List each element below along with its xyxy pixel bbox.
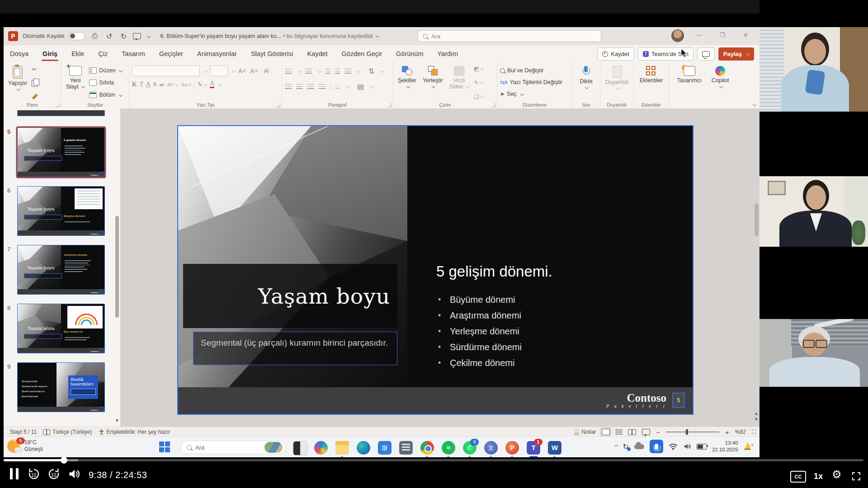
bold-button[interactable]: K — [132, 81, 137, 88]
participant-video-2[interactable] — [760, 176, 868, 247]
canvas-scrollbar[interactable] — [755, 203, 759, 236]
current-slide[interactable]: Yaşam boyu Segmental (üç parçalı) kuramı… — [178, 126, 693, 414]
teams-app-icon[interactable]: T1 — [527, 441, 540, 455]
drawing-dialog-launcher[interactable] — [491, 103, 495, 107]
weather-widget[interactable]: 5 18°CGüneşli — [7, 439, 43, 453]
collapse-ribbon-chevron[interactable] — [753, 103, 756, 106]
tab-gecisler[interactable]: Geçişler — [158, 47, 184, 60]
tab-ciz[interactable]: Çiz — [97, 47, 108, 60]
font-size-input[interactable] — [210, 66, 228, 76]
player-settings-gear-icon[interactable]: ⚙ — [832, 468, 842, 481]
participant-video-3[interactable] — [760, 319, 868, 387]
thumbnail-slide-6[interactable]: Yaşam boyu Büyüme dönemi. Contoso — [17, 186, 105, 236]
pause-button[interactable] — [10, 468, 19, 479]
slide-title-box[interactable]: Yaşam boyu — [183, 264, 397, 328]
seek-bar[interactable] — [4, 459, 863, 461]
tab-animasyonlar[interactable]: Animasyonlar — [196, 47, 238, 60]
paste-button[interactable]: Yapıştır — [6, 65, 29, 100]
numbering-icon[interactable] — [305, 69, 312, 74]
volume-button[interactable] — [68, 468, 80, 480]
text-direction-icon[interactable]: ⇅ — [368, 67, 374, 75]
thumbnail-slide-8[interactable]: Yaşam alanı Beş önemli rol. Contoso — [17, 304, 105, 353]
translator-icon[interactable]: 文 — [484, 441, 498, 455]
find-replace-button[interactable]: Bul ve Değiştir — [500, 66, 569, 75]
italic-button[interactable]: T — [140, 81, 143, 88]
copy-icon[interactable] — [32, 80, 38, 87]
accessibility-status[interactable]: Erişilebilirlik: Her şey hazır — [99, 429, 170, 435]
reading-view-button[interactable] — [628, 429, 636, 435]
taskbar-clock[interactable]: 13:4022.10.2025 — [712, 440, 738, 453]
section-button[interactable]: Bölüm — [89, 90, 122, 99]
thumbnail-scroll-down-arrow[interactable]: ▼ — [115, 418, 119, 423]
thumbnail-slide-5[interactable]: Yaşam boyu 5 gelişim dönemi Contoso — [17, 127, 105, 177]
copilot-button[interactable]: Copilot — [710, 65, 731, 100]
zoom-out-button[interactable]: − — [656, 428, 660, 436]
layout-button[interactable]: Düzen — [89, 66, 122, 75]
increase-indent-icon[interactable] — [335, 69, 340, 74]
tab-dosya[interactable]: Dosya — [9, 47, 29, 60]
tab-kaydet[interactable]: Kaydet — [306, 47, 328, 60]
dictate-button[interactable]: Dikte — [578, 65, 594, 100]
replace-fonts-button[interactable]: ⇆AYazı Tiplerini Değiştir — [500, 78, 569, 87]
shape-outline-icon[interactable]: ✎ — [474, 80, 483, 85]
seek-knob[interactable] — [61, 457, 67, 464]
tab-yardim[interactable]: Yardım — [437, 47, 459, 60]
sync-icon[interactable]: ↻ — [623, 442, 629, 451]
copilot-app-icon[interactable] — [314, 441, 328, 455]
align-right-icon[interactable] — [307, 84, 314, 89]
present-from-beginning-icon[interactable] — [133, 33, 141, 39]
microphone-in-use-icon[interactable] — [650, 440, 663, 453]
decrease-indent-icon[interactable] — [326, 69, 330, 74]
account-avatar[interactable] — [671, 29, 684, 42]
search-input[interactable]: Ara — [418, 30, 601, 42]
align-center-icon[interactable] — [296, 84, 303, 89]
clipboard-dialog-launcher[interactable] — [56, 103, 60, 107]
thumbnail-scrollbar[interactable] — [115, 216, 119, 318]
taskbar-search[interactable]: Ara — [181, 441, 286, 454]
underline-button[interactable]: A — [146, 81, 151, 88]
document-title[interactable]: 6. Bölüm-Super'in yaşam boyu yaşam alanı… — [160, 33, 379, 39]
line-spacing-icon[interactable] — [344, 69, 351, 74]
save-icon[interactable]: ⎙ — [90, 32, 99, 40]
slideshow-view-button[interactable] — [642, 429, 650, 435]
closed-captions-button[interactable]: CC — [790, 471, 806, 483]
redo-icon[interactable]: ↻ — [118, 32, 128, 41]
reset-button[interactable]: Sıfırla — [89, 78, 122, 87]
minimize-button[interactable]: — — [696, 32, 702, 38]
autosave-toggle[interactable] — [69, 32, 85, 40]
slide-sorter-view-button[interactable] — [616, 429, 622, 435]
microsoft-store-icon[interactable]: ⊞ — [378, 441, 392, 455]
font-dialog-launcher[interactable] — [276, 103, 280, 107]
calculator-icon[interactable] — [399, 441, 413, 455]
slide-subtitle-box[interactable]: Segmental (üç parçalı) kuramın birinci p… — [193, 332, 397, 365]
volume-icon[interactable] — [683, 443, 691, 450]
align-text-icon[interactable]: ▤ — [357, 82, 364, 91]
shrink-font-icon[interactable]: A˅ — [250, 67, 259, 75]
clear-formatting-icon[interactable]: A̸ — [261, 67, 270, 75]
zoom-in-button[interactable]: + — [725, 428, 729, 436]
tab-ekle[interactable]: Ekle — [71, 47, 85, 60]
powerbi-icon[interactable]: P — [505, 441, 519, 455]
shape-effects-icon[interactable]: ❑ — [474, 94, 483, 99]
undo-icon[interactable]: ↺ — [104, 32, 114, 41]
fit-to-window-icon[interactable]: ⛶ — [752, 428, 756, 436]
file-explorer-icon[interactable] — [335, 441, 349, 455]
paragraph-dialog-launcher[interactable] — [387, 103, 392, 107]
comments-button[interactable] — [697, 47, 715, 61]
bullets-icon[interactable] — [285, 69, 292, 74]
align-left-icon[interactable] — [285, 84, 292, 89]
notes-toggle[interactable]: Notlar — [574, 429, 596, 435]
quick-styles-button[interactable]: HızlıStiller — [448, 65, 472, 100]
wifi-icon[interactable] — [669, 443, 678, 450]
battery-icon[interactable] — [697, 444, 707, 450]
tab-slayt-gosterisi[interactable]: Slayt Gösterisi — [250, 47, 294, 60]
format-painter-icon[interactable] — [32, 94, 38, 99]
task-view-icon[interactable] — [293, 441, 307, 455]
share-button[interactable]: Paylaş — [718, 47, 754, 61]
tray-chevron-icon[interactable] — [614, 445, 618, 448]
thumbnail-slide-7[interactable]: Yaşam boyu Araştırma dönemi. Contoso — [17, 245, 105, 295]
shapes-button[interactable]: Şekiller — [396, 65, 418, 100]
thumbnail-slide4-partial[interactable] — [17, 110, 105, 116]
sensitivity-button[interactable]: Duyarlılık — [603, 65, 630, 100]
font-name-input[interactable] — [132, 66, 200, 76]
